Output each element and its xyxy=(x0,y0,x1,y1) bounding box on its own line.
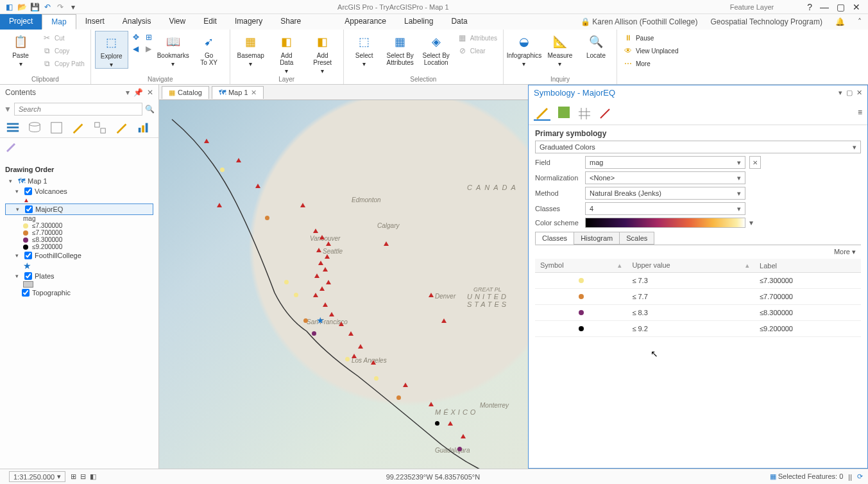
copypath-button[interactable]: ⧉Copy Path xyxy=(40,58,87,69)
class-row[interactable]: ≤ 7.7≤7.700000 xyxy=(535,289,861,305)
subtab-histogram[interactable]: Histogram xyxy=(574,232,620,245)
pin-icon[interactable]: 📌 xyxy=(133,88,143,97)
prev-extent-icon[interactable]: ◀ xyxy=(131,44,141,54)
foothill-checkbox[interactable] xyxy=(24,252,32,259)
symb-pin-icon[interactable]: ▢ xyxy=(846,89,853,97)
copy-button[interactable]: ⧉Copy xyxy=(40,45,87,56)
tab-appearance[interactable]: Appearance xyxy=(336,14,395,30)
tab-insert[interactable]: Insert xyxy=(76,14,114,30)
vary-by-attr-icon[interactable] xyxy=(557,105,571,119)
measure-button[interactable]: 📐Measure▾ xyxy=(543,31,577,67)
class-row[interactable]: ≤ 9.2≤9.200000 xyxy=(535,321,861,337)
tab-labeling[interactable]: Labeling xyxy=(395,14,442,30)
toc-layer-foothill[interactable]: ▾FoothillCollege xyxy=(5,250,153,261)
toc-map[interactable]: ▾🗺Map 1 xyxy=(5,176,153,186)
list-by-chart-icon[interactable] xyxy=(136,121,151,135)
locate-button[interactable]: 🔍Locate xyxy=(579,31,613,59)
more-labeling[interactable]: ⋯More xyxy=(621,58,681,69)
symb-dock-icon[interactable]: ▾ xyxy=(838,89,842,97)
symbol-layer-icon[interactable] xyxy=(577,105,591,119)
redo-icon[interactable]: ↷ xyxy=(55,2,65,12)
select-button[interactable]: ⬚Select▾ xyxy=(348,31,381,67)
view-unplaced[interactable]: 👁View Unplaced xyxy=(621,45,681,56)
collapse-ribbon-icon[interactable]: ˄ xyxy=(858,17,862,26)
majoreq-checkbox[interactable] xyxy=(25,205,33,213)
tab-imagery[interactable]: Imagery xyxy=(226,14,271,30)
tab-view[interactable]: View xyxy=(160,14,194,30)
col-upper[interactable]: Upper value ▴ xyxy=(627,259,754,273)
catalog-tab[interactable]: ▦Catalog xyxy=(162,86,209,99)
topo-checkbox[interactable] xyxy=(22,289,30,297)
maximize-icon[interactable]: ▢ xyxy=(837,2,845,12)
gotoxy-button[interactable]: ➹Go To XY xyxy=(192,31,226,66)
norm-dropdown[interactable]: <None>▾ xyxy=(585,171,745,184)
save-icon[interactable]: 💾 xyxy=(30,2,40,12)
next-extent-icon[interactable]: ▶ xyxy=(144,44,154,54)
list-by-source-icon[interactable] xyxy=(27,121,42,135)
toc-layer-majoreq[interactable]: ▾MajorEQ xyxy=(5,203,153,215)
colorramp-dropdown[interactable] xyxy=(585,218,745,228)
program-label[interactable]: Geospatial Technology Program) xyxy=(710,17,822,26)
sb-icon-1[interactable]: ⊞ xyxy=(71,472,76,481)
map-view[interactable]: ▦Catalog 🗺Map 1✕ CANADA UNITED STATES MÉ… xyxy=(159,85,868,469)
class-row[interactable]: ≤ 7.3≤7.300000 xyxy=(535,273,861,289)
explore-button[interactable]: ⬚Explore▾ xyxy=(95,31,128,69)
search-icon[interactable]: 🔍 xyxy=(145,105,155,114)
subtab-classes[interactable]: Classes xyxy=(535,232,574,245)
signed-in-user[interactable]: 🔒 Karen Allison (Foothill College) xyxy=(581,17,697,26)
undo-icon[interactable]: ↶ xyxy=(42,2,53,12)
symb-close-icon[interactable]: ✕ xyxy=(856,89,862,97)
map1-tab[interactable]: 🗺Map 1✕ xyxy=(212,86,264,99)
selbyattr-button[interactable]: ▦Select By Attributes xyxy=(384,31,417,66)
tab-data[interactable]: Data xyxy=(442,14,476,30)
open-icon[interactable]: 📂 xyxy=(17,2,27,12)
symbology-type-dropdown[interactable]: Graduated Colors▾ xyxy=(535,141,861,153)
list-by-drawing-icon[interactable] xyxy=(5,121,21,135)
sb-pause-icon[interactable]: || xyxy=(848,473,852,481)
qat-more-icon[interactable]: ▾ xyxy=(68,2,78,12)
primary-symbology-icon[interactable] xyxy=(534,104,550,121)
basemap-button[interactable]: ▦Basemap▾ xyxy=(234,31,268,67)
tab-analysis[interactable]: Analysis xyxy=(114,14,160,30)
field-dropdown[interactable]: mag▾ xyxy=(585,156,745,169)
col-symbol[interactable]: Symbol ▴ xyxy=(535,259,627,273)
paste-button[interactable]: 📋Paste▾ xyxy=(4,31,37,67)
toc-layer-plates[interactable]: ▾Plates xyxy=(5,271,153,281)
notifications-icon[interactable]: 🔔 xyxy=(835,17,845,26)
addpreset-button[interactable]: ◧Add Preset▾ xyxy=(306,31,339,74)
tab-share[interactable]: Share xyxy=(271,14,310,30)
close-tab-icon[interactable]: ✕ xyxy=(251,89,257,97)
list-by-labeling-icon[interactable] xyxy=(114,121,130,135)
close-icon[interactable]: ✕ xyxy=(853,2,860,12)
list-by-selection-icon[interactable] xyxy=(49,121,64,135)
bookmarks-button[interactable]: 📖Bookmarks▾ xyxy=(157,31,190,67)
symb-menu-icon[interactable]: ≡ xyxy=(858,108,862,117)
clear-button[interactable]: ⊘Clear xyxy=(455,45,499,56)
adddata-button[interactable]: ◧Add Data▾ xyxy=(270,31,303,74)
sb-icon-2[interactable]: ⊟ xyxy=(80,472,86,481)
selbyloc-button[interactable]: ◈Select By Location xyxy=(420,31,453,66)
toc-layer-volcanoes[interactable]: ▾Volcanoes xyxy=(5,186,153,196)
infographics-button[interactable]: ◒Infographics▾ xyxy=(507,31,541,67)
tab-map[interactable]: Map xyxy=(42,14,76,30)
list-by-snapping-icon[interactable] xyxy=(92,121,108,135)
new-project-icon[interactable]: ◧ xyxy=(4,2,14,12)
scale-dropdown[interactable]: 1:31.250.000▾ xyxy=(9,471,65,482)
col-label[interactable]: Label xyxy=(754,259,861,273)
sb-icon-3[interactable]: ◧ xyxy=(90,472,96,481)
toc-layer-topo[interactable]: Topographic xyxy=(5,288,153,298)
search-input[interactable] xyxy=(14,103,142,116)
classes-dropdown[interactable]: 4▾ xyxy=(585,202,745,215)
pan-icon[interactable]: ✥ xyxy=(131,32,141,42)
class-row[interactable]: ≤ 8.3≤8.300000 xyxy=(535,305,861,321)
attributes-button[interactable]: ▦Attributes xyxy=(455,32,499,44)
method-dropdown[interactable]: Natural Breaks (Jenks)▾ xyxy=(585,187,745,200)
help-icon[interactable]: ? xyxy=(807,2,812,12)
autohide-icon[interactable]: ▾ xyxy=(126,88,130,97)
pause-labels[interactable]: ⏸Pause xyxy=(621,32,681,44)
tab-edit[interactable]: Edit xyxy=(194,14,226,30)
minimize-icon[interactable]: — xyxy=(820,2,829,12)
subtab-scales[interactable]: Scales xyxy=(619,232,654,245)
zoom-full-icon[interactable]: ⊞ xyxy=(144,32,154,42)
cut-button[interactable]: ✂Cut xyxy=(40,32,87,44)
